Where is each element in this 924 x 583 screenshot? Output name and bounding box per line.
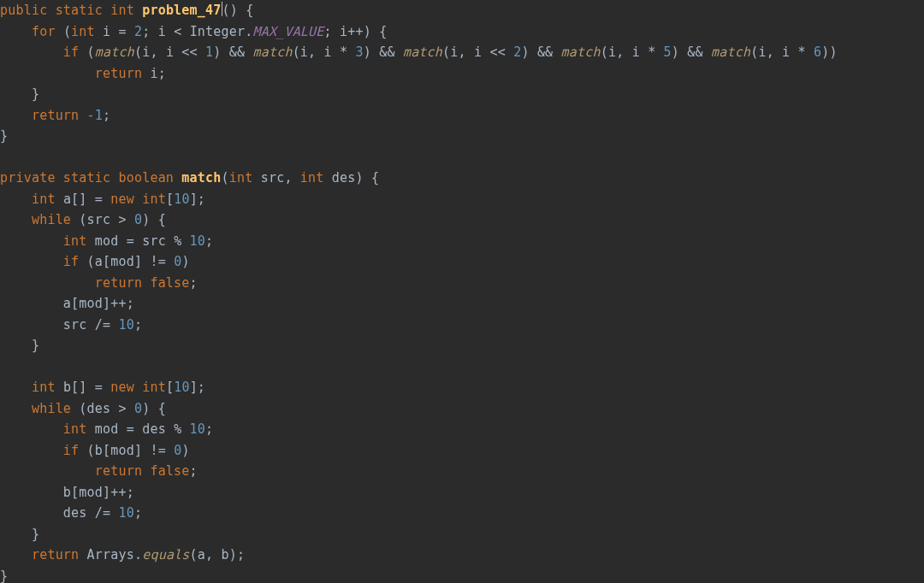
punct-obrack: [ xyxy=(166,191,174,207)
number-0: 0 xyxy=(174,443,181,458)
keyword-new: new xyxy=(110,191,134,207)
op-and: && xyxy=(229,44,245,60)
punct-oparen: ( xyxy=(601,44,608,60)
method-name-problem47: problem_47 xyxy=(142,3,221,18)
ident-src: src xyxy=(142,233,166,249)
ident-mod: mod xyxy=(110,443,134,458)
ident-a: a xyxy=(63,296,71,311)
punct-cparen: ) xyxy=(672,44,679,60)
punct-cbrace: } xyxy=(32,86,39,102)
number-10: 10 xyxy=(174,380,189,395)
number-0: 0 xyxy=(134,212,142,227)
op-mul: * xyxy=(340,44,347,60)
punct-semi: ; xyxy=(103,108,110,123)
op-gt: > xyxy=(119,212,127,227)
ident-des: des xyxy=(63,505,87,521)
method-name-match: match xyxy=(181,170,221,186)
punct-cbrack: ] xyxy=(134,443,142,458)
punct-semi: ; xyxy=(142,24,150,39)
number-0: 0 xyxy=(134,401,142,416)
punct-cparen: ) xyxy=(821,44,829,60)
punct-cbrack: ] xyxy=(103,296,110,311)
ident-src: src xyxy=(87,212,111,227)
punct-cparen: ) xyxy=(142,212,150,227)
class-arrays: Arrays xyxy=(87,547,134,562)
punct-cbrace: } xyxy=(32,338,39,353)
keyword-int: int xyxy=(142,380,166,395)
keyword-int: int xyxy=(63,233,87,249)
keyword-false: false xyxy=(150,275,189,291)
op-shl: << xyxy=(489,44,505,60)
call-match: match xyxy=(252,44,292,60)
number-minus1: -1 xyxy=(87,108,103,123)
number-5: 5 xyxy=(664,44,672,60)
keyword-if: if xyxy=(63,44,79,60)
punct-cparen: ) xyxy=(830,44,838,60)
punct-semi: ; xyxy=(324,24,332,39)
punct-obrace: { xyxy=(158,212,166,227)
punct-oparen: ( xyxy=(63,24,71,39)
call-match: match xyxy=(95,44,134,60)
op-mod: % xyxy=(174,421,181,437)
op-mul: * xyxy=(648,44,655,60)
keyword-if: if xyxy=(63,443,79,458)
punct-semi: ; xyxy=(205,233,213,249)
ident-mod: mod xyxy=(79,296,103,311)
punct-cparen: ) xyxy=(229,547,237,562)
keyword-boolean: boolean xyxy=(118,170,174,186)
punct-cbrack: ] xyxy=(103,485,110,500)
op-neq: != xyxy=(150,443,165,458)
number-6: 6 xyxy=(814,44,821,60)
punct-comma: , xyxy=(767,44,774,60)
punct-cbrack: ] xyxy=(190,380,198,395)
ident-i: i xyxy=(150,66,157,81)
punct-comma: , xyxy=(150,44,157,60)
punct-cparen: ) xyxy=(364,44,371,60)
punct-semi: ; xyxy=(134,317,142,333)
ident-i: i xyxy=(340,24,347,39)
punct-oparen: ( xyxy=(87,254,95,269)
ident-b: b xyxy=(222,547,229,562)
punct-obrack: [ xyxy=(71,296,79,311)
punct-semi: ; xyxy=(127,485,134,500)
field-max-value: MAX_VALUE xyxy=(252,24,323,39)
keyword-int: int xyxy=(110,3,134,18)
punct-obrack: [ xyxy=(71,191,79,207)
op-assign: = xyxy=(119,24,127,39)
ident-i: i xyxy=(103,24,110,39)
ident-i: i xyxy=(158,24,166,39)
keyword-int: int xyxy=(71,24,95,39)
op-diveq: /= xyxy=(95,317,110,333)
ident-b: b xyxy=(95,443,103,458)
keyword-false: false xyxy=(150,463,189,479)
punct-obrack: [ xyxy=(71,380,79,395)
ident-mod: mod xyxy=(79,485,103,500)
punct-obrack: [ xyxy=(71,485,79,500)
punct-cbrack: ] xyxy=(79,380,86,395)
punct-semi: ; xyxy=(198,380,205,395)
ident-a: a xyxy=(198,547,205,562)
code-editor[interactable]: public static int problem_47() { for (in… xyxy=(0,0,924,583)
number-10: 10 xyxy=(119,505,134,521)
keyword-return: return xyxy=(95,463,142,479)
punct-obrack: [ xyxy=(103,254,110,269)
punct-obrace: { xyxy=(371,170,379,186)
keyword-if: if xyxy=(63,254,79,269)
punct-oparen: ( xyxy=(222,3,230,18)
ident-b: b xyxy=(63,380,71,395)
ident-a: a xyxy=(95,254,103,269)
punct-semi: ; xyxy=(190,275,198,291)
keyword-int: int xyxy=(300,170,324,186)
punct-cbrack: ] xyxy=(190,191,198,207)
punct-oparen: ( xyxy=(134,44,142,60)
keyword-int: int xyxy=(142,191,166,207)
op-diveq: /= xyxy=(95,505,110,521)
keyword-return: return xyxy=(32,108,79,123)
punct-obrack: [ xyxy=(166,380,174,395)
number-2: 2 xyxy=(134,24,142,39)
op-inc: ++ xyxy=(110,485,126,500)
number-10: 10 xyxy=(119,317,134,333)
keyword-int: int xyxy=(229,170,253,186)
punct-cparen: ) xyxy=(230,3,238,18)
punct-comma: , xyxy=(616,44,624,60)
